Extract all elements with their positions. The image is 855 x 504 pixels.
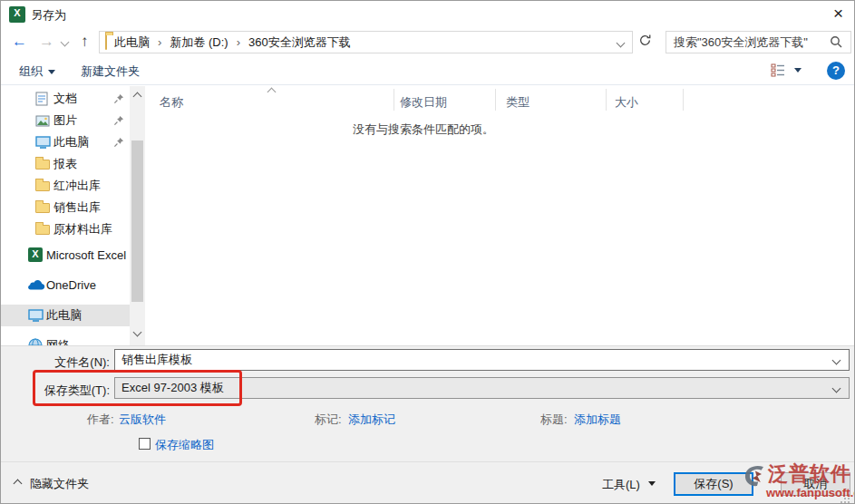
column-header-name[interactable]: 名称: [160, 94, 183, 111]
pin-icon: [113, 137, 124, 150]
tools-dropdown-icon[interactable]: [648, 481, 656, 486]
command-bar: 组织 新建文件夹 ?: [1, 57, 854, 85]
breadcrumb-separator: ›: [237, 35, 240, 49]
breadcrumb-separator: ›: [158, 35, 161, 49]
folder-icon: [35, 225, 53, 235]
add-title-link[interactable]: 添加标题: [574, 412, 621, 428]
hide-folders-icon[interactable]: [14, 480, 23, 489]
breadcrumb-item-360-folder[interactable]: 360安全浏览器下载: [248, 34, 351, 51]
empty-list-message: 没有与搜索条件匹配的项。: [353, 121, 494, 138]
column-divider[interactable]: [683, 89, 684, 111]
chevron-down-icon: [48, 70, 55, 74]
folder-icon: [35, 203, 53, 213]
address-dropdown-icon[interactable]: [617, 39, 626, 48]
sidebar-item-this-pc-pinned[interactable]: 此电脑: [1, 131, 130, 153]
scroll-up-icon[interactable]: [133, 92, 142, 102]
sidebar-item-yuancailiao-chuku[interactable]: 原材料出库: [1, 218, 130, 240]
folder-icon: [105, 35, 107, 49]
refresh-icon[interactable]: [638, 34, 652, 50]
author-label: 作者:: [87, 412, 114, 428]
history-dropdown-icon[interactable]: [61, 38, 70, 47]
excel-app-icon: [9, 6, 25, 23]
folder-icon: [35, 181, 53, 191]
sidebar-item-hongchong-chuku[interactable]: 红冲出库: [1, 175, 130, 197]
computer-icon: [28, 309, 46, 323]
sidebar: 文档 图片 此电脑 报表 红冲出库 销售出库 原材料出库: [1, 86, 130, 345]
view-options-icon[interactable]: [771, 63, 786, 80]
file-name-input[interactable]: 销售出库模板: [114, 349, 850, 371]
search-icon[interactable]: [830, 35, 843, 52]
form-area: 文件名(N): 销售出库模板 保存类型(T): Excel 97-2003 模板…: [1, 345, 854, 461]
computer-icon: [35, 136, 53, 150]
close-icon[interactable]: ×: [833, 4, 843, 24]
file-name-label: 文件名(N):: [37, 354, 110, 371]
sidebar-item-network[interactable]: 网络: [1, 334, 130, 345]
column-divider[interactable]: [495, 89, 496, 111]
title-label: 标题:: [540, 412, 568, 428]
sidebar-item-onedrive[interactable]: OneDrive: [1, 274, 130, 296]
sidebar-item-xiaoshou-chuku[interactable]: 销售出库: [1, 197, 130, 218]
onedrive-icon: [28, 279, 46, 290]
tags-label: 标记:: [315, 412, 342, 428]
sidebar-item-this-pc-selected[interactable]: 此电脑: [1, 305, 130, 326]
chevron-down-icon[interactable]: [832, 384, 841, 393]
window-title: 另存为: [31, 7, 66, 24]
search-input[interactable]: 搜索"360安全浏览器下载": [674, 34, 808, 51]
scroll-down-icon[interactable]: [133, 328, 142, 337]
folder-icon: [35, 160, 53, 170]
new-folder-button[interactable]: 新建文件夹: [81, 63, 140, 80]
picture-icon: [35, 115, 53, 127]
navigation-bar: ← → ↑ 此电脑 › 新加卷 (D:) › 360安全浏览器下载 搜索"360…: [1, 28, 854, 57]
sidebar-item-microsoft-excel[interactable]: Microsoft Excel: [1, 244, 130, 266]
pin-icon: [113, 93, 124, 107]
tools-button[interactable]: 工具(L): [602, 477, 640, 493]
hide-folders-button[interactable]: 隐藏文件夹: [30, 476, 89, 492]
sidebar-item-documents[interactable]: 文档: [1, 88, 130, 110]
sort-ascending-icon: [267, 88, 277, 97]
save-button[interactable]: 保存(S): [674, 472, 753, 496]
sidebar-scrollbar[interactable]: [130, 86, 145, 345]
resize-grip[interactable]: [840, 493, 850, 504]
search-box[interactable]: 搜索"360安全浏览器下载": [666, 31, 851, 53]
breadcrumb-item-this-pc[interactable]: 此电脑: [114, 34, 150, 51]
title-bar: 另存为 ×: [1, 1, 854, 28]
organize-button[interactable]: 组织: [19, 63, 55, 80]
add-tag-link[interactable]: 添加标记: [348, 412, 395, 428]
column-header-size[interactable]: 大小: [615, 94, 638, 111]
column-divider[interactable]: [393, 89, 394, 111]
breadcrumb-item-drive-d[interactable]: 新加卷 (D:): [170, 34, 228, 51]
pin-icon: [113, 115, 124, 129]
save-thumbnail-checkbox[interactable]: [139, 438, 151, 450]
document-icon: [35, 92, 53, 106]
chevron-down-icon[interactable]: [832, 356, 841, 365]
column-divider[interactable]: [606, 89, 607, 111]
scrollbar-thumb[interactable]: [131, 141, 143, 302]
back-icon[interactable]: ←: [12, 33, 27, 51]
up-icon[interactable]: ↑: [81, 33, 89, 51]
view-options-dropdown-icon[interactable]: [794, 68, 802, 73]
address-bar[interactable]: 此电脑 › 新加卷 (D:) › 360安全浏览器下载: [99, 31, 633, 53]
sidebar-item-pictures[interactable]: 图片: [1, 110, 130, 131]
sidebar-item-baobiao[interactable]: 报表: [1, 153, 130, 175]
column-header-type[interactable]: 类型: [506, 94, 530, 111]
save-as-dialog: 另存为 × ← → ↑ 此电脑 › 新加卷 (D:) › 360安全浏览器下载 …: [0, 0, 855, 504]
save-thumbnail-label[interactable]: 保存缩略图: [155, 437, 214, 453]
network-icon: [28, 338, 46, 345]
annotation-red-box: [33, 370, 242, 406]
help-icon[interactable]: ?: [827, 62, 845, 80]
forward-icon[interactable]: →: [39, 33, 54, 51]
excel-icon: [28, 247, 46, 262]
footer-bar: 隐藏文件夹 工具(L) 保存(S) 取消: [1, 461, 854, 504]
column-header-date-modified[interactable]: 修改日期: [400, 94, 447, 111]
author-value-link[interactable]: 云版软件: [119, 412, 166, 428]
